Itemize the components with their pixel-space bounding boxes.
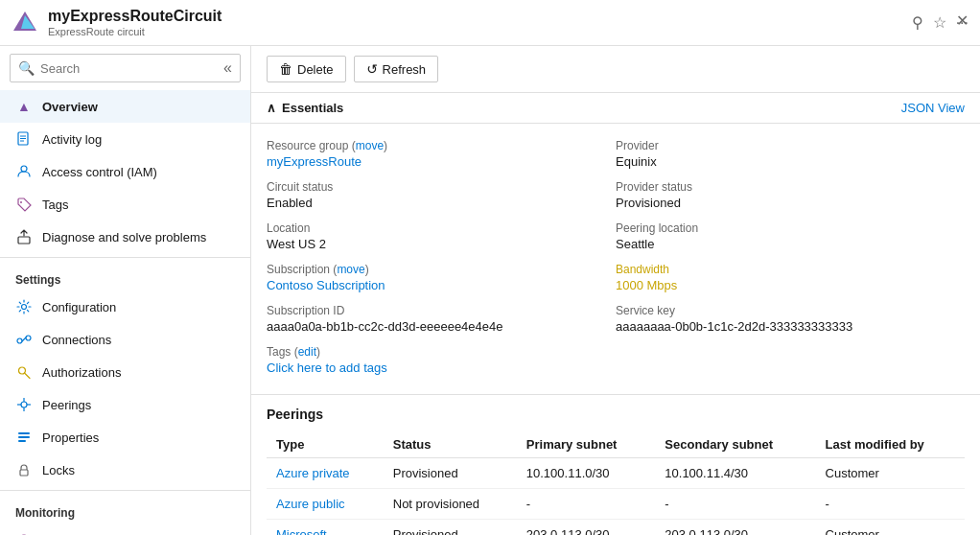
resource-group-move-link[interactable]: move (356, 139, 384, 152)
refresh-label: Refresh (383, 62, 427, 77)
peerings-section-title: Peerings (267, 407, 965, 422)
peering-location-value: Seattle (616, 237, 965, 251)
essentials-item-location: Location West US 2 (267, 218, 616, 259)
peering-type-1: Azure public (267, 489, 384, 520)
essentials-item-circuit-status: Circuit status Enabled (267, 176, 616, 218)
essentials-item-subscription-id: Subscription ID aaaa0a0a-bb1b-cc2c-dd3d-… (267, 300, 616, 341)
sidebar-label-properties: Properties (42, 430, 99, 445)
main-layout: 🔍 « ▲ Overview Activity log Access contr… (0, 46, 980, 535)
sidebar-item-properties[interactable]: Properties (0, 421, 250, 454)
sidebar-item-tags[interactable]: Tags (0, 188, 250, 221)
refresh-icon: ↻ (366, 61, 378, 77)
bandwidth-value: 1000 Mbps (616, 278, 965, 292)
essentials-item-subscription: Subscription (move) Contoso Subscription (267, 259, 616, 300)
app-title: myExpressRouteCircuit (48, 8, 902, 25)
close-button[interactable]: ✕ (956, 12, 968, 30)
sidebar-item-locks[interactable]: Locks (0, 454, 250, 486)
peering-type-link-1[interactable]: Azure public (276, 497, 345, 511)
peering-modified-0: Customer (816, 458, 965, 489)
peering-modified-2: Customer (816, 520, 965, 536)
sidebar-item-configuration[interactable]: Configuration (0, 291, 250, 323)
refresh-button[interactable]: ↻ Refresh (354, 56, 439, 82)
svg-rect-18 (18, 432, 30, 434)
svg-point-13 (21, 402, 27, 407)
peering-type-link-2[interactable]: Microsoft (276, 527, 327, 535)
star-icon[interactable]: ☆ (933, 13, 946, 32)
resource-group-link[interactable]: myExpressRoute (267, 154, 362, 169)
peering-type-2: Microsoft (267, 520, 384, 536)
svg-rect-20 (18, 440, 26, 442)
essentials-title: ∧ Essentials (267, 101, 343, 115)
locks-icon (15, 461, 33, 478)
toolbar: 🗑 Delete ↻ Refresh (251, 46, 980, 93)
svg-rect-11 (26, 336, 31, 340)
essentials-item-provider: Provider Equinix (616, 135, 965, 176)
monitoring-section-title: Monitoring (0, 495, 250, 523)
peerings-table-body: Azure private Provisioned 10.100.11.0/30… (267, 458, 965, 536)
sidebar-label-locks: Locks (42, 463, 75, 477)
peering-secondary-1: - (655, 489, 815, 520)
subscription-id-value: aaaa0a0a-bb1b-cc2c-dd3d-eeeeee4e4e4e (267, 319, 616, 334)
essentials-item-tags: Tags (edit) Click here to add tags (267, 341, 616, 383)
peering-status-2: Provisioned (384, 520, 517, 536)
col-header-secondary-subnet: Secondary subnet (655, 431, 815, 458)
sidebar-item-activity-log[interactable]: Activity log (0, 123, 250, 155)
properties-icon (15, 429, 33, 446)
svg-rect-21 (20, 470, 28, 476)
subscription-link[interactable]: Contoso Subscription (267, 278, 385, 292)
app-subtitle: ExpressRoute circuit (48, 26, 902, 37)
sidebar-label-connections: Connections (42, 333, 111, 347)
sidebar: 🔍 « ▲ Overview Activity log Access contr… (0, 46, 251, 535)
add-tags-link[interactable]: Click here to add tags (267, 361, 387, 375)
authorizations-icon (15, 363, 33, 381)
subscription-move-link[interactable]: move (337, 263, 364, 276)
peering-primary-1: - (517, 489, 656, 520)
pin-icon[interactable]: ⚲ (912, 13, 923, 32)
sidebar-item-peerings[interactable]: Peerings (0, 388, 250, 421)
sidebar-item-access-control[interactable]: Access control (IAM) (0, 155, 250, 188)
sidebar-label-peerings: Peerings (42, 398, 91, 412)
peering-primary-0: 10.100.11.0/30 (517, 458, 656, 489)
col-header-type: Type (267, 431, 384, 458)
title-info: myExpressRouteCircuit ExpressRoute circu… (48, 8, 902, 37)
sidebar-label-activity-log: Activity log (42, 132, 102, 147)
search-icon: 🔍 (18, 60, 35, 76)
title-bar: myExpressRouteCircuit ExpressRoute circu… (0, 0, 980, 46)
sidebar-label-access-control: Access control (IAM) (42, 165, 157, 179)
peerings-table-row: Azure private Provisioned 10.100.11.0/30… (267, 458, 965, 489)
svg-rect-19 (18, 436, 30, 438)
monitoring-divider (0, 490, 250, 491)
sidebar-item-insights[interactable]: Insights (0, 523, 250, 535)
essentials-item-service-key: Service key aaaaaaaa-0b0b-1c1c-2d2d-3333… (616, 300, 965, 341)
search-box[interactable]: 🔍 « (10, 54, 241, 82)
delete-button[interactable]: 🗑 Delete (267, 56, 346, 82)
sidebar-item-authorizations[interactable]: Authorizations (0, 356, 250, 388)
sidebar-item-overview[interactable]: ▲ Overview (0, 90, 250, 123)
essentials-col-left: Resource group (move) myExpressRoute Cir… (267, 135, 616, 383)
configuration-icon (15, 298, 33, 315)
sidebar-label-configuration: Configuration (42, 300, 116, 314)
tags-edit-link[interactable]: edit (298, 345, 316, 359)
essentials-grid: Resource group (move) myExpressRoute Cir… (251, 124, 980, 395)
peering-status-1: Not provisioned (384, 489, 517, 520)
collapse-sidebar-button[interactable]: « (223, 59, 232, 77)
settings-divider (0, 257, 250, 258)
sidebar-item-connections[interactable]: Connections (0, 323, 250, 356)
overview-icon: ▲ (15, 98, 33, 115)
json-view-link[interactable]: JSON View (901, 101, 965, 115)
provider-status-value: Provisioned (616, 196, 965, 210)
peering-type-link-0[interactable]: Azure private (276, 466, 350, 480)
peering-modified-1: - (816, 489, 965, 520)
delete-label: Delete (297, 62, 334, 77)
tags-icon (15, 196, 33, 213)
col-header-primary-subnet: Primary subnet (517, 431, 656, 458)
essentials-item-bandwidth: Bandwidth 1000 Mbps (616, 259, 965, 300)
peerings-table-row: Microsoft Provisioned 203.0.113.0/30 203… (267, 520, 965, 536)
sidebar-item-diagnose[interactable]: Diagnose and solve problems (0, 221, 250, 253)
essentials-item-resource-group: Resource group (move) myExpressRoute (267, 135, 616, 176)
provider-value: Equinix (616, 154, 965, 169)
col-header-last-modified: Last modified by (816, 431, 965, 458)
search-input[interactable] (40, 61, 223, 76)
peering-secondary-0: 10.100.11.4/30 (655, 458, 815, 489)
essentials-chevron[interactable]: ∧ (267, 101, 276, 115)
